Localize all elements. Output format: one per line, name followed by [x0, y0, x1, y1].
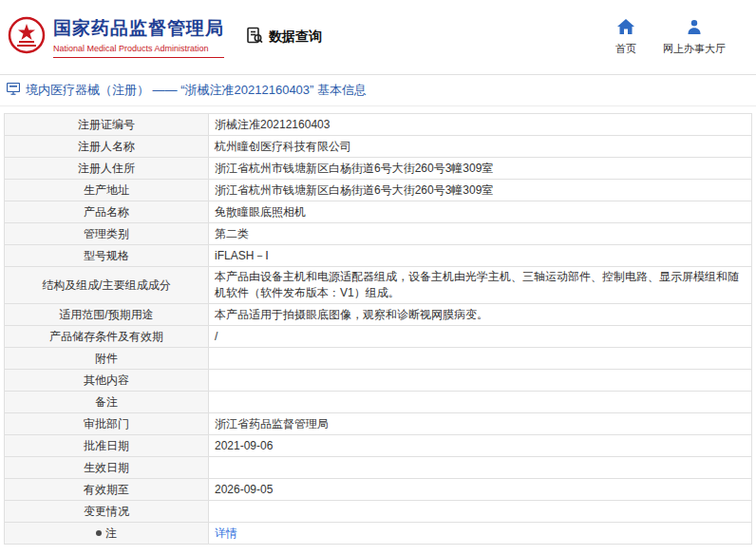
row-value: 2026-09-05: [215, 482, 273, 498]
table-row: 结构及组成/主要组成成分本产品由设备主机和电源适配器组成，设备主机由光学主机、三…: [5, 267, 751, 304]
row-label: 有效期至: [5, 479, 209, 500]
table-row: 适用范围/预期用途本产品适用于拍摄眼底图像，观察和诊断视网膜病变。: [5, 304, 751, 326]
table-row: 产品名称免散瞳眼底照相机: [5, 201, 751, 223]
registration-info-table: 注册证编号浙械注准20212160403 注册人名称杭州瞳创医疗科技有限公司 注…: [4, 113, 752, 545]
table-row: 附件: [5, 348, 751, 370]
row-label: 生产地址: [5, 180, 209, 201]
nav-hall-label: 网上办事大厅: [663, 42, 726, 56]
row-label: 批准日期: [5, 435, 209, 456]
home-icon: [617, 19, 634, 38]
row-label: 注册证编号: [5, 114, 209, 135]
row-label: 生效日期: [5, 457, 209, 478]
row-value: 浙江省药品监督管理局: [215, 416, 329, 432]
row-value: /: [215, 329, 217, 345]
person-icon: [687, 19, 702, 38]
detail-link[interactable]: 详情: [215, 526, 237, 542]
row-value: 浙江省杭州市钱塘新区白杨街道6号大街260号3幢309室: [215, 161, 493, 177]
nav-item-online-hall[interactable]: 网上办事大厅: [663, 19, 726, 56]
row-label: 产品储存条件及有效期: [5, 326, 209, 347]
table-row: 注册人住所浙江省杭州市钱塘新区白杨街道6号大街260号3幢309室: [5, 158, 751, 180]
monitor-icon: [7, 82, 20, 99]
table-row: 型号规格iFLASH－Ⅰ: [5, 245, 751, 267]
table-row: 产品储存条件及有效期/: [5, 326, 751, 348]
row-value: 杭州瞳创医疗科技有限公司: [215, 139, 351, 155]
row-value: 本产品适用于拍摄眼底图像，观察和诊断视网膜病变。: [215, 307, 488, 323]
row-label: 变更情况: [5, 501, 209, 522]
row-value: iFLASH－Ⅰ: [215, 248, 269, 264]
table-row: 其他内容: [5, 370, 751, 392]
data-query-menu[interactable]: 数据查询: [245, 26, 322, 48]
table-row: 变更情况: [5, 501, 751, 523]
table-row: 有效期至2026-09-05: [5, 479, 751, 501]
row-label: 注册人名称: [5, 136, 209, 157]
agency-name-block: 国家药品监督管理局 National Medical Products Admi…: [53, 16, 224, 58]
clipboard-search-icon: [245, 26, 264, 48]
row-value: 第二类: [215, 226, 249, 242]
row-value: 本产品由设备主机和电源适配器组成，设备主机由光学主机、三轴运动部件、控制电路、显…: [215, 269, 746, 301]
table-row: 批准日期2021-09-06: [5, 435, 751, 457]
data-query-label: 数据查询: [269, 29, 322, 46]
table-row: 审批部门浙江省药品监督管理局: [5, 413, 751, 435]
agency-name-en: National Medical Products Administration: [53, 44, 224, 58]
site-header: 国家药品监督管理局 National Medical Products Admi…: [0, 0, 756, 75]
row-label: 注: [5, 523, 209, 544]
table-row-note: 注 详情: [5, 523, 751, 544]
row-label: 附件: [5, 348, 209, 369]
breadcrumb: 境内医疗器械（注册） —— “浙械注准20212160403” 基本信息: [0, 75, 756, 106]
table-row: 注册证编号浙械注准20212160403: [5, 114, 751, 136]
site-logo[interactable]: 国家药品监督管理局 National Medical Products Admi…: [8, 14, 224, 60]
row-label: 产品名称: [5, 201, 209, 222]
table-row: 生产地址浙江省杭州市钱塘新区白杨街道6号大街260号3幢309室: [5, 180, 751, 201]
row-label: 结构及组成/主要组成成分: [5, 267, 209, 303]
row-label: 注册人住所: [5, 158, 209, 179]
page-title: 境内医疗器械（注册） —— “浙械注准20212160403” 基本信息: [26, 82, 367, 99]
row-value: 2021-09-06: [215, 438, 273, 454]
row-label: 审批部门: [5, 413, 209, 434]
row-value: 浙械注准20212160403: [215, 117, 330, 133]
table-row: 生效日期: [5, 457, 751, 479]
note-dot-icon: [96, 530, 102, 536]
nav-item-home[interactable]: 首页: [615, 19, 636, 56]
nav-home-label: 首页: [615, 42, 636, 56]
row-label: 型号规格: [5, 245, 209, 266]
note-label: 注: [105, 526, 117, 542]
table-row: 管理类别第二类: [5, 223, 751, 245]
table-row: 注册人名称杭州瞳创医疗科技有限公司: [5, 136, 751, 158]
table-row: 备注: [5, 392, 751, 413]
row-value: 浙江省杭州市钱塘新区白杨街道6号大街260号3幢309室: [215, 182, 493, 199]
header-nav: 首页 网上办事大厅: [615, 19, 726, 56]
row-label: 适用范围/预期用途: [5, 304, 209, 325]
row-label: 备注: [5, 392, 209, 412]
row-label: 管理类别: [5, 223, 209, 244]
row-label: 其他内容: [5, 370, 209, 391]
agency-name-cn: 国家药品监督管理局: [53, 16, 224, 41]
national-emblem-icon: [8, 14, 46, 60]
row-value: 免散瞳眼底照相机: [215, 204, 306, 220]
